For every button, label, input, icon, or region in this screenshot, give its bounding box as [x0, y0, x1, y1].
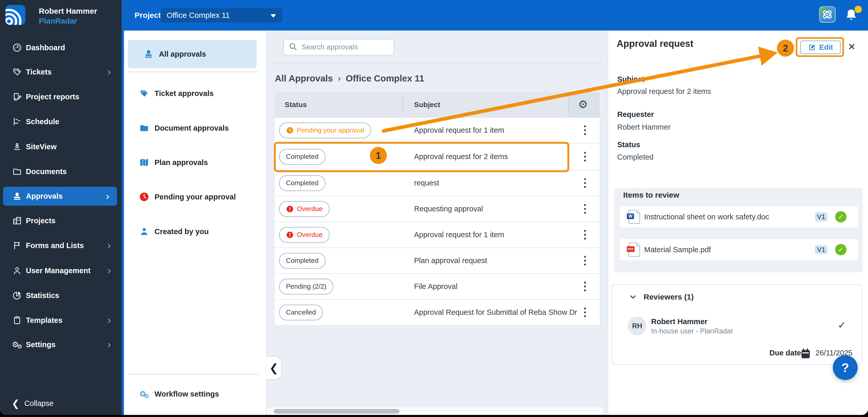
calendar-icon: [802, 350, 810, 358]
row-menu-kebab-icon[interactable]: [580, 118, 590, 143]
collapse-label: Collapse: [24, 399, 54, 408]
filter-item-label: Ticket approvals: [155, 89, 214, 98]
reviewers-title: Reviewers (1): [644, 293, 693, 301]
table-row[interactable]: Cancelled Approval Request for Submittal…: [275, 300, 600, 326]
table-row[interactable]: Pending (2/2) File Approval: [275, 274, 600, 300]
breadcrumb-all-approvals[interactable]: All Approvals: [275, 73, 333, 84]
sidebar-item-label: Schedule: [26, 118, 59, 126]
column-header-status[interactable]: Status: [285, 92, 307, 118]
horizontal-scrollbar-track[interactable]: [267, 408, 603, 415]
chevron-down-icon: [629, 293, 638, 301]
table-row[interactable]: Pending your approval Approval request f…: [275, 118, 600, 143]
sidebar-item-projects[interactable]: Projects: [0, 212, 122, 230]
horizontal-scrollbar-thumb[interactable]: [274, 409, 400, 414]
sidebar-item-tickets[interactable]: Tickets ›: [0, 63, 122, 81]
status-badge: Pending your approval: [279, 122, 371, 138]
sidebar-item-settings[interactable]: ⚙⚙ Settings ›: [0, 335, 122, 354]
sidebar-item-project-reports[interactable]: Project reports: [0, 88, 122, 106]
connect-app-icon[interactable]: [819, 6, 836, 23]
row-menu-kebab-icon[interactable]: [580, 248, 590, 274]
approved-check-icon: ✓: [835, 244, 846, 255]
sidebar-item-label: Documents: [26, 167, 67, 176]
status-badge: Completed: [279, 175, 326, 191]
row-menu-kebab-icon[interactable]: [580, 170, 590, 196]
sidebar-item-label: Settings: [26, 341, 55, 349]
collapse-filter-panel-tab[interactable]: ❮: [266, 356, 282, 380]
alert-icon: [286, 231, 294, 239]
approval-detail-panel: Approval request Edit ✕ Subject Approval…: [608, 31, 868, 415]
review-item-card[interactable]: PDF Material Sample.pdf V1 ✓: [620, 239, 858, 260]
reviewers-card: Reviewers (1) RH Robert Hammer In-house …: [612, 284, 862, 365]
sidebar-collapse-button[interactable]: ❮ Collapse: [0, 394, 122, 412]
table-row[interactable]: Overdue Approval request for 1 item: [275, 222, 600, 248]
sidebar-item-forms-and-lists[interactable]: Forms and Lists ›: [0, 236, 122, 255]
table-row[interactable]: Overdue Requesting approval: [275, 196, 600, 222]
sidebar-item-documents[interactable]: Documents: [0, 162, 122, 181]
search-input[interactable]: [301, 43, 388, 52]
table-row[interactable]: Completed Plan approval request: [275, 248, 600, 274]
person-pin-icon: [12, 141, 22, 152]
version-badge: V1: [815, 245, 827, 254]
chevron-right-icon: ›: [338, 73, 341, 84]
divider: [128, 72, 258, 72]
filter-item-workflow-settings[interactable]: ⚙⚙ Workflow settings: [124, 385, 266, 403]
sidebar-item-siteview[interactable]: SiteView: [0, 138, 122, 156]
sidebar-item-templates[interactable]: Templates ›: [0, 311, 122, 329]
chevron-right-icon: ›: [107, 340, 111, 350]
sidebar-item-dashboard[interactable]: Dashboard: [0, 38, 122, 57]
sidebar-item-label: Statistics: [26, 291, 59, 300]
filter-item-label: Document approvals: [155, 124, 229, 132]
reviewers-toggle[interactable]: Reviewers (1): [629, 293, 693, 301]
file-name: Instructional sheet on work safety.doc: [644, 213, 769, 221]
status-text: Overdue: [297, 205, 323, 213]
filter-item-created-by-you[interactable]: Created by you: [124, 222, 266, 240]
row-menu-kebab-icon[interactable]: [580, 144, 590, 170]
edit-button[interactable]: Edit: [800, 41, 841, 54]
filter-item-pending-your-approval[interactable]: Pending your approval: [124, 188, 266, 206]
sidebar-item-label: Tickets: [26, 68, 52, 76]
filter-item-document-approvals[interactable]: Document approvals: [124, 119, 266, 137]
app-window: Project Office Complex 11: [0, 0, 868, 415]
row-menu-kebab-icon[interactable]: [580, 274, 590, 299]
filter-item-label: All approvals: [159, 50, 206, 59]
user-company[interactable]: PlanRadar: [39, 17, 77, 25]
breadcrumb: All Approvals › Office Complex 11: [275, 73, 424, 84]
breadcrumb-current-project: Office Complex 11: [346, 73, 424, 84]
row-menu-kebab-icon[interactable]: [580, 196, 590, 222]
dashboard-icon: [12, 42, 22, 53]
sidebar-item-user-management[interactable]: User Management ›: [0, 261, 122, 280]
reviewer-approved-check-icon: ✓: [838, 319, 846, 331]
table-column-settings-gear-icon[interactable]: ⚙: [578, 99, 588, 110]
filter-item-ticket-approvals[interactable]: Ticket approvals: [124, 84, 266, 102]
review-item-card[interactable]: W Instructional sheet on work safety.doc…: [620, 206, 858, 227]
approved-check-icon: ✓: [835, 211, 846, 222]
project-dropdown[interactable]: Office Complex 11: [160, 8, 282, 23]
status-text: Cancelled: [286, 308, 316, 316]
status-text: Overdue: [297, 231, 323, 239]
project-dropdown-value: Office Complex 11: [167, 11, 230, 20]
help-button[interactable]: ?: [833, 355, 858, 380]
sidebar-item-approvals[interactable]: Approvals ›: [3, 187, 117, 206]
field-value-status: Completed: [617, 153, 653, 161]
chevron-right-icon: ›: [107, 315, 111, 325]
sidebar-item-schedule[interactable]: Schedule: [0, 113, 122, 131]
table-row[interactable]: Completed request: [275, 170, 600, 196]
row-menu-kebab-icon[interactable]: [580, 299, 590, 325]
notifications-button[interactable]: [844, 7, 860, 23]
filter-item-plan-approvals[interactable]: Plan approvals: [124, 153, 266, 171]
status-badge: Pending (2/2): [279, 279, 333, 295]
sidebar-item-statistics[interactable]: Statistics: [0, 286, 122, 304]
row-subject: Plan approval request: [414, 256, 487, 265]
reviewer-name: Robert Hammer: [651, 317, 708, 326]
sidebar-accent-strip: [122, 0, 124, 415]
table-row-highlighted[interactable]: Completed Approval request for 2 items: [275, 143, 600, 170]
filter-item-all-approvals[interactable]: All approvals: [128, 40, 257, 68]
row-subject: Approval Request for Submittal of Reba S…: [414, 308, 577, 317]
clock-icon: [286, 127, 294, 134]
row-menu-kebab-icon[interactable]: [580, 222, 590, 248]
tag-icon: [12, 67, 22, 77]
column-header-subject[interactable]: Subject: [414, 92, 440, 118]
notification-badge: [855, 6, 862, 13]
close-icon[interactable]: ✕: [848, 41, 856, 52]
row-subject: File Approval: [414, 282, 458, 291]
